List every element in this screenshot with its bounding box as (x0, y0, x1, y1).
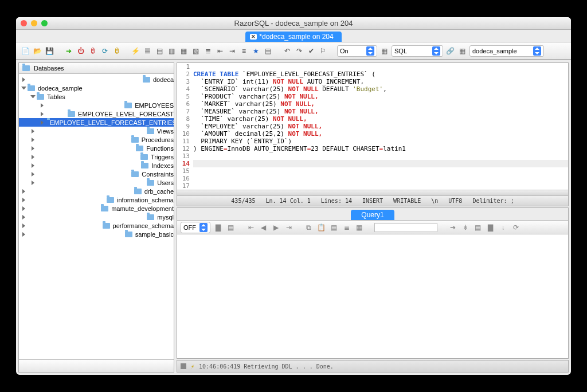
tree-node[interactable]: drb_cache (19, 187, 174, 195)
document-tab[interactable]: ✕ *dodeca_sample on 204 (245, 32, 341, 42)
tree-node[interactable]: Users (19, 178, 174, 187)
tree-node[interactable]: EMPLOYEE_LEVEL_FORECAST (19, 109, 174, 118)
stop-icon[interactable] (181, 363, 186, 369)
minimize-window-button[interactable] (31, 20, 37, 26)
code-line[interactable]: CREATE TABLE `EMPLOYEE_LEVEL_FORECAST_EN… (193, 70, 568, 78)
chevron-right-icon[interactable] (32, 154, 137, 159)
results-icon-6[interactable]: ⇟ (460, 222, 470, 232)
refresh-icon[interactable]: ⟳ (100, 46, 109, 56)
paste-icon[interactable]: 📋 (316, 222, 326, 232)
chevron-right-icon[interactable] (22, 206, 97, 211)
chevron-right-icon[interactable] (41, 111, 64, 116)
lightning-icon[interactable]: ⚡ (191, 363, 194, 370)
code-line[interactable]: `AMOUNT` decimal(25,2) NOT NULL, (193, 130, 568, 138)
prev-page-icon[interactable]: ◀ (259, 222, 268, 232)
code-line[interactable] (193, 175, 568, 182)
save-file-icon[interactable]: 💾 (45, 46, 54, 56)
results-icon-10[interactable]: ⟳ (511, 222, 521, 232)
code-line[interactable]: `EMPLOYEE` varchar(25) NOT NULL, (193, 123, 568, 130)
tree-node[interactable]: Views (19, 127, 174, 135)
flag-icon[interactable]: ⚐ (318, 46, 328, 56)
chevron-right-icon[interactable] (22, 77, 139, 82)
tree-node[interactable]: Indexes (19, 161, 174, 170)
script-icon[interactable]: 𝌆 (143, 46, 152, 56)
results-icon-9[interactable]: ↓ (498, 222, 508, 232)
chevron-right-icon[interactable] (32, 128, 143, 134)
tool-icon-4[interactable]: ▧ (191, 46, 201, 56)
tree-node[interactable]: EMPLOYEES (19, 101, 174, 109)
code-line[interactable]: `PRODUCT` varchar(25) NOT NULL, (193, 93, 568, 100)
db-red-icon[interactable]: 🛢 (88, 46, 97, 56)
results-icon-2[interactable]: ▤ (226, 222, 236, 232)
results-icon-1[interactable]: ▇ (213, 222, 223, 232)
chevron-right-icon[interactable] (32, 180, 143, 185)
chevron-right-icon[interactable] (22, 189, 131, 194)
code-line[interactable]: `TIME` varchar(25) NOT NULL, (193, 115, 568, 123)
check-icon[interactable]: ✔ (306, 46, 316, 56)
code-line[interactable] (193, 182, 568, 190)
star-icon[interactable]: ★ (251, 46, 261, 56)
language-combo[interactable]: SQL (392, 45, 443, 57)
results-icon-8[interactable]: ▇ (486, 222, 495, 232)
code-line[interactable]: `MARKET` varchar(25) NOT NULL, (193, 100, 568, 108)
chevron-right-icon[interactable] (22, 232, 122, 237)
query-tab[interactable]: Query1 (351, 210, 394, 220)
tool-icon-6[interactable]: ▤ (263, 46, 273, 56)
chevron-right-icon[interactable] (32, 146, 132, 151)
results-icon-7[interactable]: ▤ (473, 222, 483, 232)
chevron-right-icon[interactable] (22, 223, 99, 228)
chevron-right-icon[interactable] (32, 163, 138, 168)
connect-icon[interactable]: ➔ (64, 46, 73, 56)
tree-node[interactable]: Procedures (19, 135, 174, 144)
lightning-icon[interactable]: ⚡ (131, 46, 140, 56)
tree-node[interactable]: information_schema (19, 195, 174, 204)
tree-node[interactable]: sample_basic (19, 230, 174, 238)
tool-icon-5[interactable]: ≣ (203, 46, 213, 56)
first-page-icon[interactable]: ⇤ (246, 222, 256, 232)
tool-icon-3[interactable]: ▦ (179, 46, 189, 56)
code-line[interactable]: PRIMARY KEY (`ENTRY_ID`) (193, 138, 568, 145)
last-page-icon[interactable]: ⇥ (284, 222, 294, 232)
export-icon[interactable]: ➔ (448, 222, 457, 232)
database-combo[interactable]: dodeca_sample (469, 45, 544, 57)
tree-node[interactable]: dodeca_sample (19, 84, 174, 92)
chevron-right-icon[interactable] (41, 120, 44, 125)
tool-icon-1[interactable]: ▤ (155, 46, 165, 56)
tree-node[interactable]: EMPLOYEE_LEVEL_FORECAST_ENTRIES (19, 118, 174, 127)
results-icon-3[interactable]: ▤ (329, 222, 339, 232)
results-icon-5[interactable]: ▦ (354, 222, 364, 232)
code-line[interactable] (193, 160, 568, 167)
code-line[interactable] (193, 152, 568, 160)
db-yellow-icon[interactable]: 🛢 (112, 46, 122, 56)
tree-node[interactable]: mysql (19, 213, 174, 221)
code-line[interactable] (193, 63, 568, 70)
open-file-icon[interactable]: 📂 (33, 46, 42, 56)
zoom-window-button[interactable] (41, 20, 48, 26)
chevron-down-icon[interactable] (21, 85, 26, 91)
navigator-tree[interactable]: dodecadodeca_sampleTablesEMPLOYEESEMPLOY… (19, 74, 174, 359)
undo-icon[interactable]: ↶ (282, 46, 292, 56)
redo-icon[interactable]: ↷ (294, 46, 304, 56)
tree-node[interactable]: dodeca (19, 75, 174, 84)
code-line[interactable] (193, 167, 568, 175)
results-off-combo[interactable]: OFF (181, 222, 210, 233)
new-file-icon[interactable]: 📄 (21, 46, 30, 56)
tool-icon-2[interactable]: ▥ (167, 46, 177, 56)
chevron-right-icon[interactable] (32, 137, 128, 142)
code-line[interactable]: `ENTRY_ID` int(11) NOT NULL AUTO_INCREME… (193, 78, 568, 85)
close-tab-icon[interactable]: ✕ (250, 34, 257, 40)
link-icon[interactable]: 🔗 (445, 46, 455, 56)
chevron-right-icon[interactable] (32, 171, 128, 177)
results-icon-4[interactable]: ≣ (342, 222, 351, 232)
tree-node[interactable]: Functions (19, 144, 174, 152)
editor-scrollbar[interactable] (177, 190, 568, 195)
code-line[interactable]: `SCENARIO` varchar(25) NOT NULL DEFAULT … (193, 85, 568, 93)
code-line[interactable]: ) ENGINE=InnoDB AUTO_INCREMENT=23 DEFAUL… (193, 145, 568, 152)
grid-icon[interactable]: ▦ (457, 46, 467, 56)
chevron-right-icon[interactable] (41, 103, 121, 108)
next-page-icon[interactable]: ▶ (271, 222, 281, 232)
sql-editor[interactable]: 1 2CREATE TABLE `EMPLOYEE_LEVEL_FORECAST… (177, 62, 569, 206)
tree-node[interactable]: performance_schema (19, 221, 174, 230)
close-window-button[interactable] (21, 20, 27, 26)
tree-node[interactable]: Triggers (19, 152, 174, 161)
